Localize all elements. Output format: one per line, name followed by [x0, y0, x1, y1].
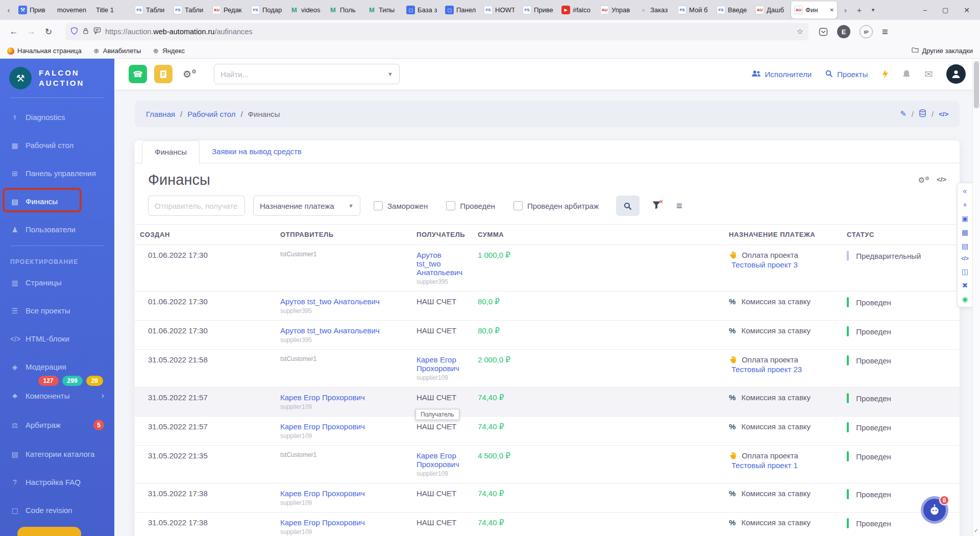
menu-hamburger-icon[interactable]: ≡	[882, 26, 888, 38]
page-tool-icon[interactable]: </>	[961, 256, 968, 261]
url-bar[interactable]: https://auction.web-automation.ru/aufina…	[65, 23, 808, 40]
bookmark-item[interactable]: Начальная страница	[7, 47, 82, 55]
clear-filters-icon[interactable]: ✕	[652, 201, 661, 211]
brand[interactable]: ⚒ FALCONAUCTION	[0, 59, 114, 94]
filter-checkbox[interactable]: Проведен	[446, 201, 495, 210]
browser-tab[interactable]: FS Табли ✕	[170, 2, 207, 18]
table-row[interactable]: 01.06.2022 17:30 tstCustomer1 Арутов tst…	[135, 245, 960, 291]
column-header[interactable]: СТАТУС	[842, 225, 960, 245]
database-icon[interactable]	[919, 109, 926, 119]
user-avatar[interactable]	[946, 64, 966, 84]
sender-receiver-input[interactable]	[148, 196, 245, 216]
receiver-name[interactable]: Арутов tst_two Анатольевич	[416, 251, 468, 277]
notes-button[interactable]	[154, 65, 173, 83]
sidebar-item[interactable]: ПРОЕКТИРОВАНИЕ ›	[0, 253, 114, 266]
sidebar-item[interactable]: ▦ Рабочий стол ›	[0, 133, 114, 157]
receiver-name[interactable]: НАШ СЧЕТ	[416, 422, 468, 431]
browser-tab[interactable]: M Типы ✕	[364, 2, 401, 18]
page-tool-icon[interactable]: ✖	[962, 282, 968, 289]
filter-checkbox[interactable]: Заморожен	[374, 201, 428, 210]
sidebar-item[interactable]: ⊞ Панель управления ›	[0, 161, 114, 185]
sender-name[interactable]: Арутов tst_two Анатольевич	[280, 326, 406, 335]
sidebar-item[interactable]: ♟ Пользователи ›	[0, 217, 114, 241]
page-tool-icon[interactable]: «	[963, 187, 967, 194]
bookmark-item[interactable]: ⊕ Авиабилеты	[93, 47, 141, 55]
project-link[interactable]: Тестовый проект 3	[731, 260, 798, 269]
tab-scroll-right-icon[interactable]: ›	[844, 6, 847, 14]
sender-name[interactable]: Карев Егор Прохорович	[280, 422, 406, 431]
projects-search-link[interactable]: Проекты	[825, 69, 868, 79]
browser-tab[interactable]: FS Мой б ✕	[675, 2, 712, 18]
browser-tab[interactable]: Title 1 ✕	[93, 2, 130, 18]
browser-tab[interactable]: ▢ База з ✕	[403, 2, 440, 18]
breadcrumb-item[interactable]: Рабочий стол	[175, 110, 235, 118]
edit-icon[interactable]: ✎	[900, 109, 906, 118]
bookmark-star-icon[interactable]: ☆	[797, 27, 803, 36]
table-code-icon[interactable]: </>	[937, 176, 946, 185]
sender-name[interactable]: Карев Егор Прохорович	[280, 518, 406, 527]
search-button[interactable]	[616, 196, 640, 216]
reload-icon[interactable]: ↻	[41, 27, 56, 37]
sender-name[interactable]: Карев Егор Прохорович	[280, 393, 406, 402]
window-restore-button[interactable]: ▢	[942, 6, 948, 14]
receiver-name[interactable]: НАШ СЧЕТ	[416, 326, 468, 335]
other-bookmarks[interactable]: Другие закладки	[912, 47, 973, 55]
sender-name[interactable]: tstCustomer1	[280, 355, 406, 362]
window-close-button[interactable]: ✕	[964, 6, 970, 14]
browser-tab[interactable]: AU Дашб ✕	[752, 2, 789, 18]
browser-tab[interactable]: ● Заказ ✕	[636, 2, 673, 18]
browser-tab[interactable]: M videos ✕	[287, 2, 324, 18]
extension-ip-icon[interactable]: IP	[860, 25, 873, 38]
sidebar-item[interactable]: ⚕ Diagnostics ›	[0, 105, 114, 129]
browser-tab[interactable]: FS Табли ✕	[132, 2, 168, 18]
table-row[interactable]: 31.05.2022 21:57 Карев Егор Прохорович s…	[135, 387, 960, 417]
table-row[interactable]: 01.06.2022 17:30 Арутов tst_two Анатолье…	[135, 291, 960, 321]
sender-name[interactable]: tstCustomer1	[280, 451, 406, 458]
sender-name[interactable]: Арутов tst_two Анатольевич	[280, 297, 406, 306]
project-link[interactable]: Тестовый проект 23	[731, 365, 802, 374]
sender-name[interactable]: tstCustomer1	[280, 251, 406, 258]
table-row[interactable]: 01.06.2022 17:30 Арутов tst_two Анатолье…	[135, 321, 960, 350]
browser-tab[interactable]: ▢ Панел ✕	[442, 2, 479, 18]
sidebar-item[interactable]: ? Настройка FAQ ›	[0, 470, 114, 494]
browser-tab[interactable]: AU Фин ✕	[791, 2, 837, 18]
page-tool-icon[interactable]: ▣	[962, 215, 968, 222]
filter-checkbox[interactable]: Проведен арбитраж	[513, 201, 599, 210]
back-icon[interactable]: ←	[6, 27, 21, 37]
sidebar-item[interactable]: ▤ Категории каталога ›	[0, 442, 114, 466]
bookmark-item[interactable]: ⊕ Яндекс	[152, 47, 185, 55]
page-tool-icon[interactable]: ▦	[962, 229, 968, 236]
window-minimize-button[interactable]: –	[923, 6, 927, 14]
profile-avatar[interactable]: E	[837, 25, 850, 38]
sidebar-item[interactable]: ▥ Страницы ›	[0, 271, 114, 295]
browser-tab[interactable]: FS HOWT ✕	[481, 2, 518, 18]
url-text[interactable]: https://auction.web-automation.ru/aufina…	[105, 28, 793, 36]
tab-close-icon[interactable]: ✕	[830, 7, 834, 13]
bell-icon[interactable]	[902, 69, 911, 79]
phone-button[interactable]: ☎	[129, 65, 147, 83]
browser-tab[interactable]: AU Управ ✕	[597, 2, 634, 18]
sidebar-item[interactable]: ◈ Модерация ›	[0, 355, 114, 379]
shield-icon[interactable]	[70, 27, 78, 37]
column-header[interactable]: ОТПРАВИТЕЛЬ	[275, 225, 411, 245]
table-settings-gears-icon[interactable]: ⚙⚙	[918, 176, 929, 185]
chat-widget-button[interactable]: 8	[921, 496, 948, 524]
global-search-select[interactable]: Найти... ▼	[214, 64, 400, 84]
project-link[interactable]: Тестовый проект 1	[731, 461, 798, 470]
pocket-icon[interactable]	[819, 28, 828, 36]
sidebar-item[interactable]: ›	[10, 246, 104, 246]
page-tool-icon[interactable]: ◉	[962, 296, 968, 303]
receiver-name[interactable]: НАШ СЧЕТ	[416, 489, 468, 498]
receiver-name[interactable]: Карев Егор Прохорович	[416, 355, 468, 373]
browser-tab[interactable]: ▶ #falco ✕	[558, 2, 595, 18]
payment-purpose-select[interactable]: Назначение платежа ▼	[253, 196, 360, 216]
checkbox-box[interactable]	[513, 201, 523, 210]
page-tool-icon[interactable]: ◫	[962, 268, 968, 275]
page-tool-icon[interactable]: ▤	[962, 242, 968, 250]
sidebar-item[interactable]: ☰ Все проекты ›	[0, 299, 114, 323]
browser-tab[interactable]: AU Редак ✕	[209, 2, 246, 18]
column-header[interactable]: СОЗДАН	[135, 225, 275, 245]
breadcrumb-item[interactable]: Главная	[146, 110, 175, 118]
lightning-icon[interactable]	[881, 69, 889, 79]
checkbox-box[interactable]	[374, 201, 383, 210]
